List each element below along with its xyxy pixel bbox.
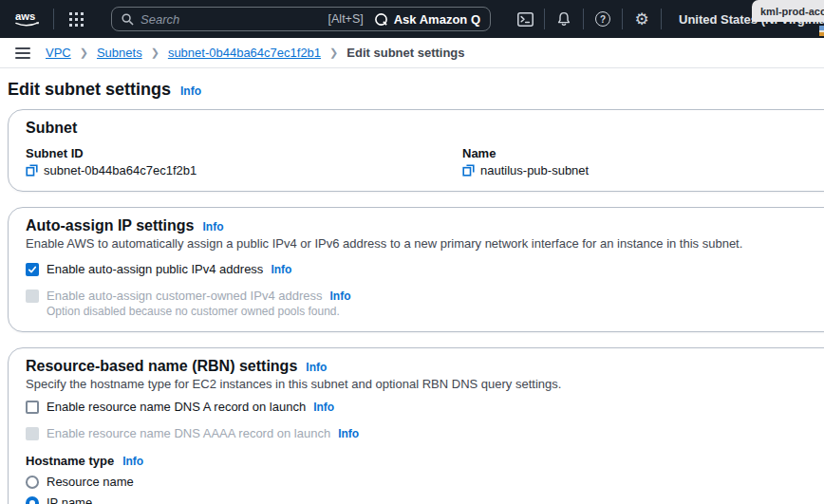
hamburger-menu-icon[interactable] — [15, 47, 30, 59]
copy-icon[interactable] — [26, 164, 38, 177]
auto-assign-card-title: Auto-assign IP settings — [26, 217, 195, 234]
subnet-name-label: Name — [462, 146, 824, 160]
ask-amazon-q-button[interactable]: Ask Amazon Q — [374, 12, 480, 27]
cloudshell-icon[interactable] — [513, 7, 537, 31]
topbar-divider — [622, 9, 623, 29]
page-title-info-link[interactable]: Info — [180, 84, 201, 98]
auto-assign-info-link[interactable]: Info — [203, 220, 224, 233]
customer-owned-ipv4-label: Enable auto-assign customer-owned IPv4 a… — [47, 289, 323, 303]
subnet-name-field: Name nautilus-pub-subnet — [462, 146, 824, 177]
topbar-divider — [53, 9, 54, 29]
public-ipv4-checkbox[interactable] — [26, 263, 39, 276]
breadcrumb-link-subnets[interactable]: Subnets — [97, 46, 142, 60]
dns-aaaa-record-label: Enable resource name DNS AAAA record on … — [47, 426, 330, 440]
rbn-card-title: Resource-based name (RBN) settings — [26, 358, 297, 375]
customer-owned-ipv4-info-link[interactable]: Info — [330, 289, 351, 303]
page-title: Edit subnet settings — [8, 80, 171, 100]
subnet-card-title: Subnet — [26, 120, 824, 137]
search-input[interactable]: Search — [140, 12, 322, 27]
public-ipv4-label: Enable auto-assign public IPv4 address — [47, 262, 263, 276]
topbar-divider — [661, 9, 662, 29]
subnet-id-value: subnet-0b44ba64c7ec1f2b1 — [44, 163, 197, 177]
topbar: aws Search [Alt+S] — [0, 0, 824, 38]
auto-assign-description: Enable AWS to automatically assign a pub… — [26, 236, 824, 251]
breadcrumb-bar: VPC ❯ Subnets ❯ subnet-0b44ba64c7ec1f2b1… — [0, 38, 824, 68]
auto-assign-ip-card: Auto-assign IP settings Info Enable AWS … — [8, 207, 824, 332]
resource-name-radio[interactable] — [26, 476, 39, 489]
dns-a-record-label: Enable resource name DNS A record on lau… — [47, 400, 306, 414]
resource-name-radio-label: Resource name — [47, 475, 134, 489]
svg-text:aws: aws — [15, 10, 35, 22]
ask-amazon-q-label: Ask Amazon Q — [394, 12, 480, 27]
ip-name-radio[interactable] — [26, 496, 39, 504]
subnet-name-value: nautilus-pub-subnet — [480, 163, 589, 177]
customer-owned-ipv4-helper: Option disabled because no customer owne… — [47, 305, 824, 318]
dns-a-record-checkbox[interactable] — [26, 401, 39, 414]
breadcrumb-current: Edit subnet settings — [346, 46, 464, 60]
notifications-bell-icon[interactable] — [552, 7, 576, 31]
search-icon — [122, 13, 134, 26]
public-ipv4-info-link[interactable]: Info — [271, 263, 291, 276]
breadcrumb-link-subnet-id[interactable]: subnet-0b44ba64c7ec1f2b1 — [168, 46, 321, 60]
settings-gear-icon[interactable]: ⚙ — [629, 7, 654, 31]
subnet-id-label: Subnet ID — [26, 146, 462, 160]
ip-name-radio-label: IP name — [47, 495, 92, 504]
subnet-id-field: Subnet ID subnet-0b44ba64c7ec1f2b1 — [26, 146, 462, 177]
rbn-description: Specify the hostname type for EC2 instan… — [26, 377, 824, 391]
customer-owned-ipv4-checkbox — [26, 289, 39, 303]
account-tab[interactable]: kml-prod-acc34 ( — [752, 0, 824, 22]
breadcrumb-link-vpc[interactable]: VPC — [46, 46, 71, 60]
copy-icon[interactable] — [462, 164, 475, 177]
search-shortcut-hint: [Alt+S] — [328, 12, 364, 26]
favicon-sliver — [819, 26, 824, 36]
breadcrumb-separator-icon: ❯ — [151, 47, 159, 59]
hostname-type-info-link[interactable]: Info — [122, 455, 143, 468]
topbar-divider — [583, 9, 584, 29]
subnet-summary-card: Subnet Subnet ID subnet-0b44ba64c7ec1f2b… — [8, 109, 824, 192]
aws-logo[interactable]: aws — [13, 9, 44, 28]
breadcrumb-separator-icon: ❯ — [329, 47, 338, 59]
services-grid-icon[interactable] — [64, 7, 88, 31]
help-icon[interactable]: ? — [590, 7, 615, 31]
check-icon — [28, 265, 37, 274]
unified-search-bar[interactable]: Search [Alt+S] Ask Amazon Q — [111, 7, 491, 31]
amazon-q-icon — [374, 12, 388, 27]
topbar-icon-group: ? ⚙ — [506, 7, 662, 31]
dns-a-record-info-link[interactable]: Info — [313, 401, 334, 414]
rbn-info-link[interactable]: Info — [306, 361, 327, 374]
hostname-type-label: Hostname type — [26, 454, 114, 468]
dns-aaaa-record-checkbox — [26, 427, 39, 440]
dns-aaaa-record-info-link[interactable]: Info — [338, 427, 359, 440]
rbn-settings-card: Resource-based name (RBN) settings Info … — [8, 347, 824, 504]
topbar-divider — [544, 9, 545, 29]
main-content: Edit subnet settings Info Subnet Subnet … — [0, 68, 824, 504]
breadcrumb: VPC ❯ Subnets ❯ subnet-0b44ba64c7ec1f2b1… — [46, 46, 465, 60]
breadcrumb-separator-icon: ❯ — [80, 47, 88, 59]
